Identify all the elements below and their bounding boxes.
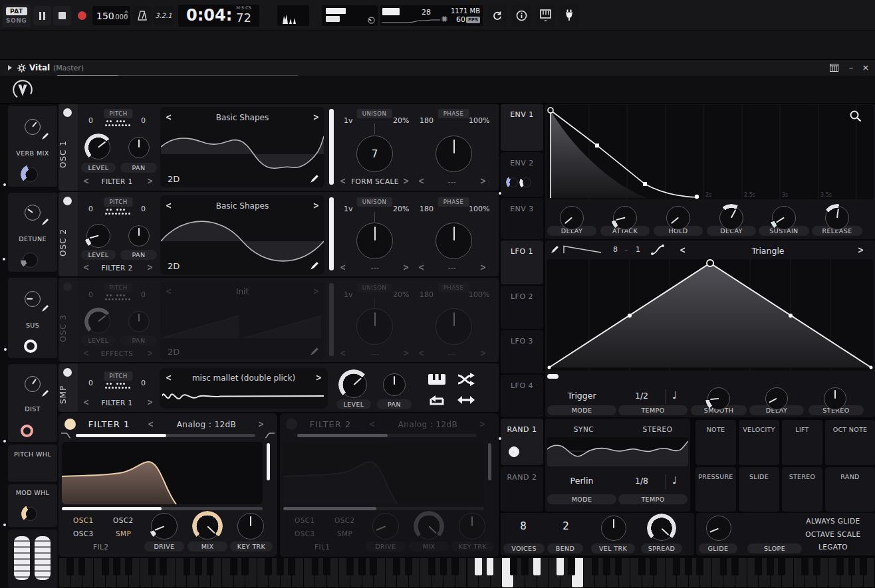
osc3-wave-display[interactable]: Init 2D bbox=[160, 281, 324, 360]
black-key[interactable] bbox=[860, 558, 867, 575]
black-key[interactable] bbox=[475, 558, 482, 575]
mod-source-oct-note[interactable]: OCT NOTE bbox=[825, 420, 875, 465]
black-key[interactable] bbox=[160, 558, 167, 575]
osc3-phase[interactable]: 180 bbox=[420, 290, 434, 299]
edit-pencil-icon[interactable] bbox=[41, 389, 49, 397]
osc2-dimension[interactable]: 2D bbox=[168, 261, 180, 271]
smp-tune[interactable]: 0 bbox=[141, 379, 146, 387]
smp-routing[interactable]: FILTER 1 bbox=[93, 399, 141, 407]
morph-next[interactable] bbox=[403, 175, 409, 186]
wave-edit-pencil-icon[interactable] bbox=[310, 174, 319, 183]
rand-mode-value[interactable]: Perlin bbox=[549, 476, 615, 486]
black-key[interactable] bbox=[533, 558, 541, 575]
wave-next-icon[interactable] bbox=[313, 200, 319, 211]
filter2-title[interactable]: FILTER 2 bbox=[307, 419, 354, 429]
osc3-morph-label[interactable]: --- bbox=[350, 349, 400, 357]
osc1-phase-knob[interactable] bbox=[436, 136, 472, 172]
plugin-titlebar[interactable]: Vital (Master) – × bbox=[0, 60, 875, 76]
black-key[interactable] bbox=[650, 558, 657, 575]
edit-pencil-icon[interactable] bbox=[41, 218, 49, 226]
song-position-bar[interactable] bbox=[326, 16, 340, 22]
env-attack-knob[interactable] bbox=[613, 206, 637, 230]
filter1-input-fil2[interactable]: FIL2 bbox=[93, 543, 108, 551]
sample-next-icon[interactable] bbox=[316, 372, 322, 383]
rand-graph[interactable] bbox=[547, 437, 688, 466]
filter1-response-display[interactable] bbox=[62, 442, 263, 504]
black-key[interactable] bbox=[440, 558, 447, 575]
env-release-knob[interactable] bbox=[825, 206, 849, 230]
filter1-mix-knob[interactable] bbox=[194, 513, 221, 539]
osc3-transpose[interactable]: 0 bbox=[88, 290, 93, 299]
black-key[interactable] bbox=[755, 558, 762, 575]
osc1-waveform[interactable] bbox=[161, 126, 324, 183]
filter1-input-osc3[interactable]: OSC3 bbox=[73, 530, 94, 538]
filter2-model[interactable]: Analog : 12dB bbox=[383, 420, 473, 429]
filter2-mix-knob[interactable] bbox=[416, 513, 442, 539]
black-key[interactable] bbox=[731, 558, 739, 575]
edit-pencil-icon[interactable] bbox=[41, 304, 49, 312]
verb-mix-knob-icon[interactable] bbox=[25, 119, 41, 135]
osc2-power-toggle[interactable] bbox=[63, 197, 72, 205]
black-key[interactable] bbox=[288, 558, 295, 575]
wave-next-icon[interactable] bbox=[313, 112, 319, 122]
black-key[interactable] bbox=[102, 558, 109, 575]
filter1-power-toggle[interactable] bbox=[64, 419, 76, 430]
black-key[interactable] bbox=[78, 558, 86, 575]
osc1-morph-value[interactable]: 7 bbox=[372, 148, 378, 160]
sus-value-knob[interactable] bbox=[24, 340, 37, 353]
morph-next[interactable] bbox=[403, 262, 409, 272]
rand-sync-toggle[interactable]: SYNC bbox=[557, 425, 610, 433]
macro-verb-mix[interactable]: VERB MIX bbox=[8, 106, 57, 187]
osc3-unison-voices[interactable]: 1v bbox=[344, 290, 353, 299]
pat-mode-badge[interactable]: PAT bbox=[6, 7, 27, 15]
osc1-transpose[interactable]: 0 bbox=[88, 116, 93, 125]
voices-value[interactable]: 8 bbox=[510, 520, 537, 532]
osc2-tune[interactable]: 0 bbox=[141, 205, 146, 213]
black-key[interactable] bbox=[66, 558, 74, 575]
osc2-octave-dots[interactable] bbox=[106, 209, 125, 211]
osc3-wavetable-name[interactable]: Init bbox=[175, 287, 310, 296]
detach-grid-icon[interactable] bbox=[830, 64, 838, 72]
osc3-octave-dots2[interactable] bbox=[105, 298, 130, 300]
osc3-power-toggle[interactable] bbox=[63, 282, 72, 291]
osc1-unison-voices[interactable]: 1v bbox=[344, 116, 353, 125]
filter1-input-smp[interactable]: SMP bbox=[116, 530, 131, 538]
black-key[interactable] bbox=[638, 558, 646, 575]
black-key[interactable] bbox=[277, 558, 284, 575]
filter1-model[interactable]: Analog : 12dB bbox=[162, 420, 251, 429]
env-graph[interactable]: 500ms 1s 2s 2.5s 3s 3.5s bbox=[547, 105, 874, 199]
black-key[interactable] bbox=[615, 558, 622, 575]
lfo-delay-knob[interactable] bbox=[765, 387, 788, 410]
phase-mod-next[interactable] bbox=[480, 347, 486, 358]
time-centiseconds[interactable]: 72 bbox=[236, 11, 251, 25]
lfo-smooth-knob[interactable] bbox=[707, 387, 730, 410]
macro-sus[interactable]: SUS bbox=[8, 278, 57, 358]
filter1-drive-knob[interactable] bbox=[151, 513, 178, 539]
lfo-shape-next[interactable] bbox=[858, 245, 864, 255]
rand1-tab[interactable]: RAND 1 bbox=[501, 419, 543, 465]
lfo-mode-value[interactable]: Trigger bbox=[549, 391, 615, 401]
detune-value-knob[interactable] bbox=[23, 252, 38, 268]
filter2-model-next[interactable] bbox=[479, 419, 485, 429]
wave-prev-icon[interactable] bbox=[166, 112, 172, 122]
black-key[interactable] bbox=[521, 558, 529, 575]
lfo-smooth-curve-icon[interactable] bbox=[650, 244, 665, 256]
always-glide-toggle[interactable]: ALWAYS GLIDE bbox=[796, 517, 870, 525]
rand2-tab[interactable]: RAND 2 bbox=[501, 466, 543, 512]
black-key[interactable] bbox=[393, 558, 400, 575]
black-key[interactable] bbox=[836, 558, 844, 575]
wave-edit-pencil-icon[interactable] bbox=[310, 261, 319, 270]
smp-loop-button[interactable] bbox=[426, 392, 448, 408]
morph-prev[interactable] bbox=[340, 347, 346, 358]
filter2-input-osc1[interactable]: OSC1 bbox=[295, 516, 315, 524]
black-key[interactable] bbox=[428, 558, 436, 575]
black-key[interactable] bbox=[323, 558, 330, 575]
pitch-wheel[interactable] bbox=[14, 536, 30, 580]
filter1-keytrack-knob[interactable] bbox=[237, 513, 264, 539]
phase-mod-prev[interactable] bbox=[418, 347, 424, 358]
typing-keyboard-button[interactable] bbox=[535, 5, 555, 27]
osc2-phase-knob[interactable] bbox=[436, 223, 472, 259]
wave-next-icon[interactable] bbox=[313, 286, 319, 296]
time-display[interactable]: 0:04: M:S:CS 72 bbox=[178, 5, 259, 27]
osc2-wave-display[interactable]: Basic Shapes 2D bbox=[160, 195, 324, 274]
